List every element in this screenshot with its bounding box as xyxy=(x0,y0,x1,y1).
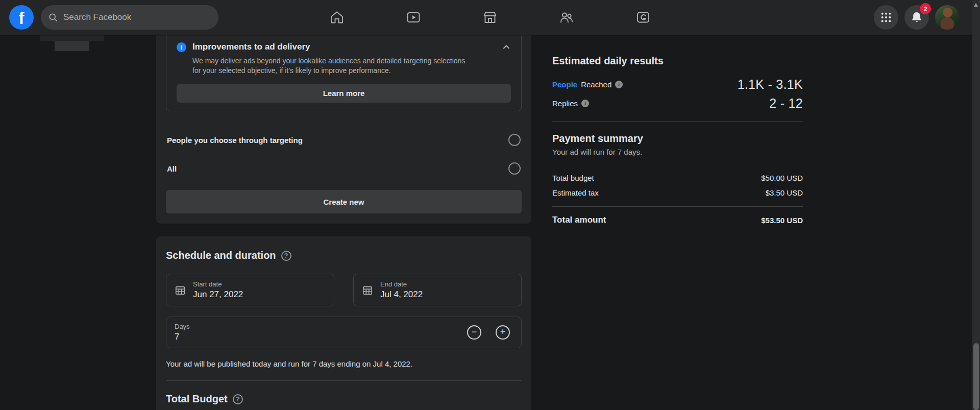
start-date-value: Jun 27, 2022 xyxy=(193,290,243,300)
info-icon[interactable]: i xyxy=(615,81,623,88)
start-date-label: Start date xyxy=(193,280,243,288)
scroll-up-arrow[interactable] xyxy=(974,3,978,7)
budget-title-row: Total Budget ? xyxy=(166,393,522,405)
total-amount-value: $53.50 USD xyxy=(761,216,803,225)
start-date-field[interactable]: Start date Jun 27, 2022 xyxy=(166,274,334,306)
info-icon[interactable]: i xyxy=(581,100,589,107)
scrollbar-thumb[interactable] xyxy=(973,343,979,410)
replies-row: Replies i 2 - 12 xyxy=(552,96,803,111)
panel-divider xyxy=(552,206,803,207)
apps-menu-button[interactable] xyxy=(874,5,898,30)
payment-summary-title: Payment summary xyxy=(552,133,803,144)
background-fragment xyxy=(40,35,104,41)
create-new-button[interactable]: Create new xyxy=(166,190,522,213)
panel-divider xyxy=(552,121,803,122)
end-date-value: Jul 4, 2022 xyxy=(380,290,423,300)
topbar-right-controls: 2 xyxy=(874,5,960,30)
nav-tab-marketplace[interactable] xyxy=(478,5,502,30)
total-amount-row: Total amount $53.50 USD xyxy=(552,215,803,225)
payment-row-value: $50.00 USD xyxy=(761,174,803,182)
radio-button[interactable] xyxy=(508,162,521,175)
apps-grid-icon xyxy=(880,12,892,23)
payment-row-value: $3.50 USD xyxy=(766,188,803,197)
ad-delivery-description: We may deliver ads beyond your lookalike… xyxy=(192,56,465,76)
payment-row-label: Estimated tax xyxy=(552,188,599,197)
search-icon xyxy=(48,12,58,22)
date-fields-row: Start date Jun 27, 2022 End date Jul 4, … xyxy=(166,274,522,306)
watch-icon xyxy=(406,10,421,25)
estimated-results-title: Estimated daily results xyxy=(552,55,803,67)
info-icon: i xyxy=(177,42,186,52)
payment-row-label: Total budget xyxy=(552,174,594,182)
search-input[interactable] xyxy=(63,12,211,22)
nav-tab-groups[interactable] xyxy=(554,5,579,30)
calendar-icon xyxy=(362,284,373,296)
summary-panel: Estimated daily results People Reached i… xyxy=(552,35,803,225)
help-icon[interactable]: ? xyxy=(233,394,243,404)
days-label: Days xyxy=(175,323,190,330)
nav-tab-home[interactable] xyxy=(325,5,349,30)
audience-option-label: People you choose through targeting xyxy=(167,136,303,144)
chevron-up-icon[interactable] xyxy=(502,42,511,52)
end-date-field[interactable]: End date Jul 4, 2022 xyxy=(353,274,522,306)
payment-row-budget: Total budget $50.00 USD xyxy=(552,174,803,182)
home-icon xyxy=(330,10,344,25)
days-stepper: − + xyxy=(467,325,510,340)
replies-text: Replies xyxy=(552,99,578,108)
increase-days-button[interactable]: + xyxy=(496,325,510,340)
total-amount-label: Total amount xyxy=(552,215,606,225)
payment-subtitle: Your ad will run for 7 days. xyxy=(552,148,803,156)
gaming-icon xyxy=(636,10,650,25)
schedule-section-title: Schedule and duration xyxy=(166,250,276,261)
top-navigation-bar: f xyxy=(0,0,980,35)
calendar-icon xyxy=(175,284,186,296)
radio-button[interactable] xyxy=(508,134,521,146)
start-date-texts: Start date Jun 27, 2022 xyxy=(193,280,243,300)
schedule-card: Schedule and duration ? Start date Jun 2… xyxy=(156,236,531,410)
days-field[interactable]: Days 7 − + xyxy=(166,317,522,348)
learn-more-button[interactable]: Learn more xyxy=(177,84,511,103)
budget-section-title: Total Budget xyxy=(166,393,228,405)
ad-delivery-title: Improvements to ad delivery xyxy=(192,42,310,52)
ad-delivery-header: i Improvements to ad delivery xyxy=(177,40,511,54)
decrease-days-button[interactable]: − xyxy=(467,325,481,340)
audience-option-label: All xyxy=(167,164,177,173)
replies-label: Replies i xyxy=(552,99,589,108)
schedule-title-row: Schedule and duration ? xyxy=(166,250,522,261)
people-reached-row: People Reached i 1.1K - 3.1K xyxy=(552,77,803,92)
end-date-texts: End date Jul 4, 2022 xyxy=(380,280,423,300)
days-value: 7 xyxy=(175,332,190,342)
replies-value: 2 - 12 xyxy=(769,96,803,111)
marketplace-icon xyxy=(483,10,497,25)
help-icon[interactable]: ? xyxy=(281,251,291,261)
days-texts: Days 7 xyxy=(175,323,190,342)
payment-row-tax: Estimated tax $3.50 USD xyxy=(552,188,803,197)
schedule-note: Your ad will be published today and run … xyxy=(166,359,522,368)
main-nav-tabs xyxy=(325,0,655,35)
reached-text: Reached xyxy=(581,80,611,89)
people-reached-value: 1.1K - 3.1K xyxy=(738,77,803,92)
facebook-logo[interactable]: f xyxy=(9,5,34,30)
audience-card: i Improvements to ad delivery We may del… xyxy=(156,22,531,224)
groups-icon xyxy=(559,10,574,25)
notification-count-badge: 2 xyxy=(920,3,931,14)
audience-option-targeting[interactable]: People you choose through targeting xyxy=(166,134,522,146)
nav-tab-watch[interactable] xyxy=(401,5,426,30)
nav-tab-gaming[interactable] xyxy=(631,5,655,30)
notifications-button[interactable]: 2 xyxy=(904,5,929,30)
background-fragment xyxy=(55,41,89,51)
section-divider xyxy=(166,380,522,381)
people-link[interactable]: People xyxy=(552,80,577,89)
facebook-ads-page: f xyxy=(0,0,980,410)
vertical-scrollbar[interactable] xyxy=(972,0,980,410)
account-avatar[interactable] xyxy=(935,5,960,30)
audience-option-all[interactable]: All xyxy=(166,162,522,175)
bell-icon xyxy=(911,11,923,23)
people-reached-label: People Reached i xyxy=(552,80,623,89)
search-facebook[interactable] xyxy=(41,5,218,30)
end-date-label: End date xyxy=(380,280,423,288)
ad-delivery-notice: i Improvements to ad delivery We may del… xyxy=(166,33,522,111)
